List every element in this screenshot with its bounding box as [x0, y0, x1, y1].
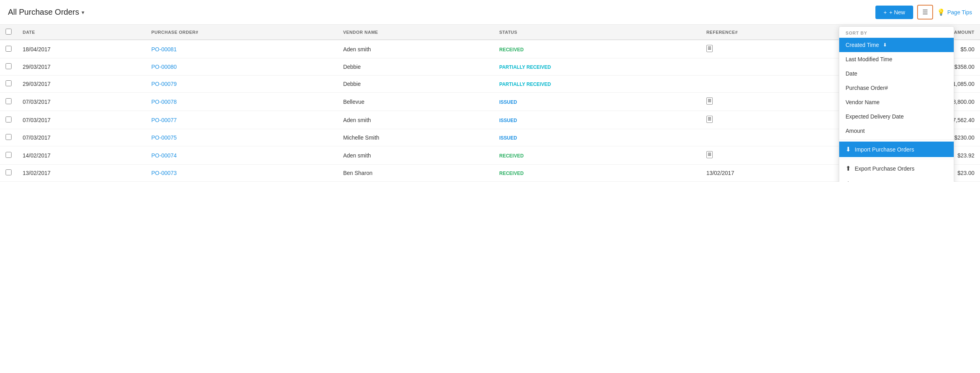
row-checkbox-cell[interactable] — [0, 129, 17, 146]
import-icon: ⬇ — [846, 146, 851, 153]
date-cell: 07/03/2017 — [17, 93, 146, 111]
po-column-header: PURCHASE ORDER# — [146, 25, 338, 40]
table-row: 07/03/2017 PO-00077 Aden smith ISSUED $2… — [0, 111, 980, 129]
status-badge: ISSUED — [499, 118, 517, 123]
status-cell: PARTIALLY RECEIVED — [494, 76, 701, 93]
reference-icon[interactable] — [706, 116, 713, 123]
row-checkbox[interactable] — [6, 98, 12, 104]
status-cell: ISSUED — [494, 111, 701, 129]
sort-amount-label: Amount — [846, 128, 865, 134]
reference-cell — [701, 93, 841, 111]
vendor-cell: Michelle Smith — [338, 129, 494, 146]
page-tips-label: Page Tips — [947, 9, 972, 16]
status-cell: RECEIVED — [494, 146, 701, 165]
date-cell: 18/04/2017 — [17, 40, 146, 58]
vendor-cell: Ben Sharon — [338, 165, 494, 182]
status-cell: PARTIALLY RECEIVED — [494, 58, 701, 76]
sort-created-time[interactable]: Created Time ⬇ — [839, 38, 954, 52]
select-all-checkbox[interactable] — [6, 29, 12, 35]
import-purchase-orders-item[interactable]: ⬇ Import Purchase Orders — [839, 142, 954, 157]
po-cell[interactable]: PO-00079 — [146, 76, 338, 93]
po-link[interactable]: PO-00077 — [152, 117, 177, 123]
row-checkbox[interactable] — [6, 80, 12, 86]
status-cell: RECEIVED — [494, 40, 701, 58]
sort-vendor-name[interactable]: Vendor Name — [839, 95, 954, 109]
row-checkbox[interactable] — [6, 134, 12, 140]
row-checkbox-cell[interactable] — [0, 165, 17, 182]
table-row: 07/03/2017 PO-00075 Michelle Smith ISSUE… — [0, 129, 980, 146]
sort-dropdown-menu: SORT BY Created Time ⬇ Last Modified Tim… — [839, 26, 954, 182]
page-header: All Purchase Orders ▾ + + New ☰ 💡 Page T… — [0, 0, 980, 25]
sort-purchase-order-label: Purchase Order# — [846, 85, 888, 91]
date-cell: 29/03/2017 — [17, 76, 146, 93]
reference-cell: 13/02/2017 — [701, 165, 841, 182]
date-cell: 13/02/2017 — [17, 165, 146, 182]
row-checkbox-cell[interactable] — [0, 146, 17, 165]
sort-expected-delivery-date-label: Expected Delivery Date — [846, 113, 904, 120]
po-cell[interactable]: PO-00081 — [146, 40, 338, 58]
table-row: 07/03/2017 PO-00078 Bellevue ISSUED $228… — [0, 93, 980, 111]
po-cell[interactable]: PO-00077 — [146, 111, 338, 129]
reference-icon[interactable] — [706, 97, 713, 105]
row-checkbox[interactable] — [6, 152, 12, 158]
row-checkbox-cell[interactable] — [0, 76, 17, 93]
reference-cell — [701, 40, 841, 58]
sort-date[interactable]: Date — [839, 66, 954, 81]
status-cell: ISSUED — [494, 129, 701, 146]
row-checkbox[interactable] — [6, 117, 12, 122]
title-dropdown-arrow[interactable]: ▾ — [82, 9, 84, 16]
new-button[interactable]: + + New — [875, 6, 913, 19]
po-cell[interactable]: PO-00073 — [146, 165, 338, 182]
menu-button[interactable]: ☰ — [917, 5, 933, 19]
sort-vendor-name-label: Vendor Name — [846, 99, 880, 105]
export-purchase-orders-item[interactable]: ⬆ Export Purchase Orders — [839, 161, 954, 176]
status-badge: PARTIALLY RECEIVED — [499, 82, 551, 87]
date-cell: 29/03/2017 — [17, 58, 146, 76]
new-button-label: + New — [889, 9, 905, 16]
row-checkbox-cell[interactable] — [0, 58, 17, 76]
reference-icon[interactable] — [706, 45, 713, 52]
row-checkbox[interactable] — [6, 63, 12, 69]
po-link[interactable]: PO-00080 — [152, 64, 177, 70]
status-badge: RECEIVED — [499, 171, 523, 176]
po-cell[interactable]: PO-00074 — [146, 146, 338, 165]
status-badge: PARTIALLY RECEIVED — [499, 64, 551, 70]
reference-value: 13/02/2017 — [706, 170, 734, 176]
select-all-column[interactable] — [0, 25, 17, 40]
row-checkbox-cell[interactable] — [0, 111, 17, 129]
sort-expected-delivery-date[interactable]: Expected Delivery Date — [839, 109, 954, 124]
sort-created-time-label: Created Time — [846, 42, 879, 48]
header-right: + + New ☰ 💡 Page Tips SORT BY Created Ti… — [875, 5, 972, 19]
sort-purchase-order[interactable]: Purchase Order# — [839, 81, 954, 95]
vendor-cell: Aden smith — [338, 40, 494, 58]
row-checkbox[interactable] — [6, 46, 12, 52]
vendor-cell: Debbie — [338, 76, 494, 93]
po-cell[interactable]: PO-00075 — [146, 129, 338, 146]
po-link[interactable]: PO-00078 — [152, 99, 177, 105]
sort-amount[interactable]: Amount — [839, 124, 954, 138]
header-left: All Purchase Orders ▾ — [8, 8, 84, 17]
po-link[interactable]: PO-00073 — [152, 170, 177, 176]
reference-cell — [701, 58, 841, 76]
po-link[interactable]: PO-00081 — [152, 46, 177, 52]
reference-icon[interactable] — [706, 151, 713, 158]
status-cell: RECEIVED — [494, 165, 701, 182]
page-tips-button[interactable]: 💡 Page Tips — [937, 8, 972, 16]
export-receives-label: Export Receives — [855, 181, 895, 182]
po-link[interactable]: PO-00075 — [152, 134, 177, 141]
po-cell[interactable]: PO-00078 — [146, 93, 338, 111]
date-cell: 07/03/2017 — [17, 111, 146, 129]
row-checkbox-cell[interactable] — [0, 93, 17, 111]
reference-cell — [701, 146, 841, 165]
po-link[interactable]: PO-00074 — [152, 152, 177, 159]
row-checkbox[interactable] — [6, 169, 12, 175]
export-receives-item[interactable]: ⬆ Export Receives — [839, 176, 954, 182]
status-cell: ISSUED — [494, 93, 701, 111]
table-row: 29/03/2017 PO-00079 Debbie PARTIALLY REC… — [0, 76, 980, 93]
date-cell: 07/03/2017 — [17, 129, 146, 146]
sort-last-modified-time[interactable]: Last Modified Time — [839, 52, 954, 66]
row-checkbox-cell[interactable] — [0, 40, 17, 58]
po-cell[interactable]: PO-00080 — [146, 58, 338, 76]
po-link[interactable]: PO-00079 — [152, 81, 177, 87]
reference-column-header: REFERENCE# — [701, 25, 841, 40]
